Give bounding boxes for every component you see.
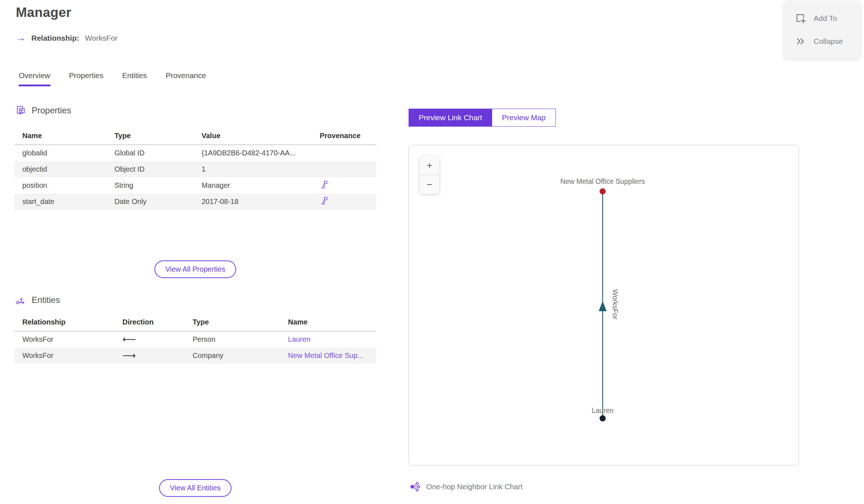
cell-type: Date Only xyxy=(107,194,194,210)
entity-link-company[interactable]: New Metal Office Sup... xyxy=(288,351,364,359)
cell-type: String xyxy=(107,177,194,194)
cell-relationship: WorksFor xyxy=(14,348,114,364)
one-hop-footer: One-hop Neighbor Link Chart xyxy=(410,481,523,492)
link-chart-graph: New Metal Office Suppliers Lauren WorksF… xyxy=(409,145,798,465)
edge-label: WorksFor xyxy=(611,289,619,320)
col-direction: Direction xyxy=(114,314,185,331)
properties-section-header: Properties xyxy=(16,105,71,115)
relationship-label: Relationship: xyxy=(31,34,79,42)
collapse-label: Collapse xyxy=(814,37,843,46)
add-to-icon xyxy=(795,13,806,24)
cell-value: 1 xyxy=(194,161,312,177)
cell-type: Global ID xyxy=(107,145,194,162)
table-row: WorksFor ⟵ Person Lauren xyxy=(14,331,376,348)
col-name: Name xyxy=(14,128,107,145)
cell-value: 2017-08-18 xyxy=(194,194,312,210)
col-type: Type xyxy=(185,314,280,331)
relationship-detail-page: Add To Collapse Manager → Relationship: … xyxy=(0,0,864,504)
preview-link-chart-button[interactable]: Preview Link Chart xyxy=(409,109,492,127)
cell-name: Lauren xyxy=(280,331,376,348)
relationship-subtitle: → Relationship: WorksFor xyxy=(16,33,118,43)
cell-type: Object ID xyxy=(107,161,194,177)
preview-toggle-group: Preview Link Chart Preview Map xyxy=(409,109,556,127)
entity-link-lauren[interactable]: Lauren xyxy=(288,335,310,343)
link-chart-panel[interactable]: + − New Metal Office Suppliers Lauren Wo… xyxy=(409,145,799,466)
zoom-in-button[interactable]: + xyxy=(420,156,439,175)
preview-map-button[interactable]: Preview Map xyxy=(492,109,555,127)
zoom-control: + − xyxy=(420,156,439,194)
actions-panel: Add To Collapse xyxy=(784,1,860,58)
cell-provenance xyxy=(312,161,376,177)
view-all-properties-row: View All Properties xyxy=(14,260,376,278)
cell-name: start_date xyxy=(14,194,107,210)
entities-graph-icon xyxy=(16,295,26,305)
entities-section-header: Entities xyxy=(16,295,60,305)
tab-bar: Overview Properties Entities Provenance xyxy=(19,71,206,86)
table-row: position String Manager xyxy=(14,177,376,194)
col-value: Value xyxy=(194,128,312,145)
entities-table: Relationship Direction Type Name WorksFo… xyxy=(14,314,376,364)
tab-entities[interactable]: Entities xyxy=(122,71,147,86)
cell-value: {1A9DB2B6-D482-4170-AA... xyxy=(194,145,312,162)
relationship-value: WorksFor xyxy=(85,34,118,42)
one-hop-label: One-hop Neighbor Link Chart xyxy=(426,482,523,491)
view-all-properties-button[interactable]: View All Properties xyxy=(154,260,236,278)
cell-provenance xyxy=(312,194,376,210)
cell-name: position xyxy=(14,177,107,194)
cell-name: globalid xyxy=(14,145,107,162)
direction-right-arrow-icon: ⟶ xyxy=(122,350,136,361)
tab-overview[interactable]: Overview xyxy=(19,71,50,86)
add-to-button[interactable]: Add To xyxy=(784,13,860,24)
tab-properties[interactable]: Properties xyxy=(69,71,104,86)
col-relationship: Relationship xyxy=(14,314,114,331)
col-type: Type xyxy=(107,128,194,145)
table-row: WorksFor ⟶ Company New Metal Office Sup.… xyxy=(14,348,376,364)
col-name: Name xyxy=(280,314,376,331)
one-hop-link-chart-icon xyxy=(410,481,420,492)
properties-table-header: Name Type Value Provenance xyxy=(14,128,376,145)
cell-type: Company xyxy=(185,348,280,364)
cell-type: Person xyxy=(185,331,280,348)
add-to-label: Add To xyxy=(814,14,837,23)
cell-name: New Metal Office Sup... xyxy=(280,348,376,364)
entities-table-header: Relationship Direction Type Name xyxy=(14,314,376,331)
cell-provenance xyxy=(312,145,376,162)
node-person[interactable] xyxy=(600,416,606,422)
view-all-entities-button[interactable]: View All Entities xyxy=(159,479,231,497)
view-all-entities-row: View All Entities xyxy=(14,479,376,497)
edge-arrowhead-icon xyxy=(599,301,607,311)
cell-name: objectid xyxy=(14,161,107,177)
cell-value: Manager xyxy=(194,177,312,194)
cell-provenance xyxy=(312,177,376,194)
cell-direction: ⟶ xyxy=(114,348,185,364)
node-company-label: New Metal Office Suppliers xyxy=(561,177,645,185)
table-row: objectid Object ID 1 xyxy=(14,161,376,177)
entities-section-title: Entities xyxy=(32,295,60,305)
properties-icon xyxy=(16,105,26,115)
table-row: globalid Global ID {1A9DB2B6-D482-4170-A… xyxy=(14,145,376,162)
relationship-arrow-icon: → xyxy=(16,33,26,43)
provenance-flag-icon[interactable] xyxy=(320,196,328,206)
cell-direction: ⟵ xyxy=(114,331,185,348)
properties-table: Name Type Value Provenance globalid Glob… xyxy=(14,128,376,210)
double-chevron-right-icon xyxy=(795,36,806,47)
col-provenance: Provenance xyxy=(312,128,376,145)
node-person-label: Lauren xyxy=(592,407,614,414)
provenance-flag-icon[interactable] xyxy=(320,180,328,190)
cell-relationship: WorksFor xyxy=(14,331,114,348)
node-company[interactable] xyxy=(600,189,606,195)
properties-section-title: Properties xyxy=(32,105,71,115)
zoom-out-button[interactable]: − xyxy=(420,175,439,194)
tab-provenance[interactable]: Provenance xyxy=(166,71,206,86)
collapse-button[interactable]: Collapse xyxy=(784,36,860,47)
page-title: Manager xyxy=(16,5,71,20)
direction-left-arrow-icon: ⟵ xyxy=(122,334,136,345)
table-row: start_date Date Only 2017-08-18 xyxy=(14,194,376,210)
